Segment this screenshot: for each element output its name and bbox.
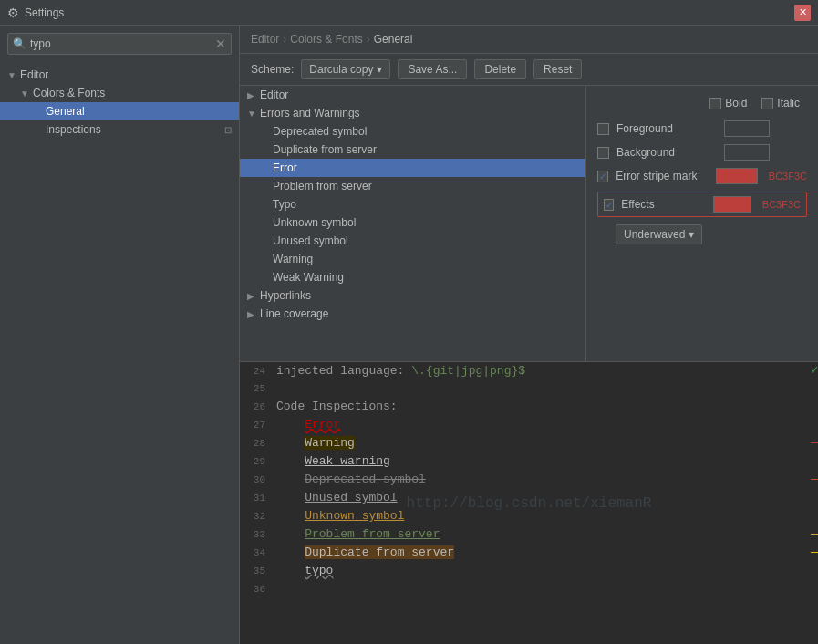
line-content-25 bbox=[273, 380, 811, 396]
line-content-28: Warning bbox=[273, 435, 811, 451]
line-content-36 bbox=[273, 581, 811, 597]
underwave-select[interactable]: Underwaved ▾ bbox=[616, 224, 702, 244]
effects-color-text: BC3F3C bbox=[762, 199, 801, 210]
line-content-31: Unused symbol bbox=[273, 490, 811, 505]
tree-item-line-coverage[interactable]: Line coverage bbox=[240, 305, 585, 323]
background-checkbox[interactable] bbox=[597, 147, 609, 159]
foreground-checkbox[interactable] bbox=[597, 123, 609, 135]
search-clear-button[interactable]: ✕ bbox=[215, 36, 226, 51]
tree-label-typo: Typo bbox=[273, 198, 578, 211]
inspections-icon: ⊡ bbox=[224, 125, 232, 135]
title-bar-text: Settings bbox=[25, 6, 789, 19]
tree-label-unused: Unused symbol bbox=[273, 234, 578, 247]
line-content-33: Problem from server bbox=[273, 526, 811, 542]
scheme-select[interactable]: Darcula copy ▾ bbox=[301, 59, 390, 79]
editor-line-27: 27 Error bbox=[240, 417, 818, 435]
editor-line-33: 33 Problem from server — bbox=[240, 526, 818, 545]
effects-swatch[interactable] bbox=[713, 196, 751, 213]
breadcrumb-sep2: › bbox=[367, 33, 370, 46]
close-button[interactable]: ✕ bbox=[794, 5, 811, 21]
italic-checkbox-label[interactable]: Italic bbox=[761, 97, 800, 109]
sidebar-label-colors-fonts: Colors & Fonts bbox=[33, 87, 232, 99]
sidebar-item-colors-fonts[interactable]: Colors & Fonts bbox=[0, 84, 239, 102]
breadcrumb-editor: Editor bbox=[251, 33, 279, 46]
line-num-24: 24 bbox=[240, 366, 273, 377]
editor-line-36: 36 bbox=[240, 581, 818, 599]
editor-line-32: 32 Unknown symbol bbox=[240, 508, 818, 526]
line-num-29: 29 bbox=[240, 456, 273, 467]
line-num-27: 27 bbox=[240, 420, 273, 431]
error-stripe-swatch[interactable] bbox=[716, 168, 758, 184]
effects-row: ✓ Effects BC3F3C bbox=[597, 192, 807, 217]
italic-checkbox[interactable] bbox=[761, 98, 773, 109]
line-num-34: 34 bbox=[240, 547, 273, 558]
tree-label-unknown: Unknown symbol bbox=[273, 216, 578, 229]
scheme-label: Scheme: bbox=[251, 63, 294, 76]
tree-item-unused[interactable]: Unused symbol bbox=[240, 232, 585, 250]
tree-item-warning[interactable]: Warning bbox=[240, 250, 585, 268]
save-as-button[interactable]: Save As... bbox=[398, 59, 467, 79]
editor-line-26: 26 Code Inspections: bbox=[240, 399, 818, 417]
tree-label-hyperlinks: Hyperlinks bbox=[260, 289, 578, 302]
editor-line-24: 24 injected language: \.{git|jpg|png}$ ✓ bbox=[240, 362, 818, 380]
foreground-swatch[interactable] bbox=[724, 120, 770, 137]
bold-checkbox-label[interactable]: Bold bbox=[709, 97, 747, 109]
search-icon: 🔍 bbox=[13, 37, 26, 50]
tree-item-error[interactable]: Error bbox=[240, 159, 585, 177]
error-stripe-label: Error stripe mark bbox=[616, 170, 708, 182]
app-icon: ⚙ bbox=[7, 5, 19, 20]
toolbar: Scheme: Darcula copy ▾ Save As... Delete… bbox=[240, 54, 818, 86]
line-marker-34: — bbox=[811, 545, 818, 559]
line-content-26: Code Inspections: bbox=[273, 399, 811, 414]
line-num-31: 31 bbox=[240, 493, 273, 504]
tree-item-hyperlinks[interactable]: Hyperlinks bbox=[240, 286, 585, 305]
editor-preview: http://blog.csdn.net/xiemanR 24 injected… bbox=[240, 361, 818, 644]
tree-item-deprecated[interactable]: Deprecated symbol bbox=[240, 122, 585, 140]
tree-item-unknown[interactable]: Unknown symbol bbox=[240, 213, 585, 232]
line-num-30: 30 bbox=[240, 474, 273, 485]
sidebar-label-editor: Editor bbox=[20, 68, 232, 81]
tree-item-duplicate[interactable]: Duplicate from server bbox=[240, 140, 585, 159]
line-content-32: Unknown symbol bbox=[273, 508, 811, 524]
editor-line-31: 31 Unused symbol bbox=[240, 490, 818, 508]
foreground-row: Foreground bbox=[597, 120, 807, 137]
line-content-35: typo bbox=[273, 563, 811, 578]
line-num-25: 25 bbox=[240, 383, 273, 394]
line-num-32: 32 bbox=[240, 511, 273, 522]
bold-label: Bold bbox=[725, 97, 747, 109]
main-container: 🔍 ✕ Editor Colors & Fonts General Inspec… bbox=[0, 26, 818, 644]
underwave-row: Underwaved ▾ bbox=[616, 224, 807, 244]
sidebar-item-inspections[interactable]: Inspections ⊡ bbox=[0, 120, 239, 139]
bold-checkbox[interactable] bbox=[709, 98, 721, 109]
search-input[interactable] bbox=[7, 33, 232, 55]
delete-button[interactable]: Delete bbox=[474, 59, 526, 79]
line-content-24: injected language: \.{git|jpg|png}$ bbox=[273, 363, 811, 379]
tree-label-errors-warnings: Errors and Warnings bbox=[260, 107, 578, 119]
sidebar-item-general[interactable]: General bbox=[0, 102, 239, 120]
props-panel: Bold Italic Foreground Background bbox=[586, 86, 818, 361]
background-label: Background bbox=[616, 146, 717, 159]
error-stripe-checkbox[interactable]: ✓ bbox=[597, 171, 608, 182]
background-swatch[interactable] bbox=[724, 144, 770, 161]
effects-checkbox[interactable]: ✓ bbox=[604, 199, 614, 211]
tree-arrow-hyperlinks bbox=[247, 291, 260, 301]
content-area: Editor › Colors & Fonts › General Scheme… bbox=[240, 26, 818, 644]
tree-panel: Editor Errors and Warnings Deprecated sy… bbox=[240, 86, 586, 361]
tree-item-weak-warning[interactable]: Weak Warning bbox=[240, 268, 585, 286]
panels-container: Editor Errors and Warnings Deprecated sy… bbox=[240, 86, 818, 361]
error-stripe-color-text: BC3F3C bbox=[769, 171, 807, 182]
tree-item-typo[interactable]: Typo bbox=[240, 195, 585, 213]
tree-arrow-editor-main bbox=[247, 90, 260, 100]
tree-item-errors-warnings[interactable]: Errors and Warnings bbox=[240, 104, 585, 122]
sidebar-item-editor[interactable]: Editor bbox=[0, 66, 239, 84]
line-marker-28: — bbox=[811, 435, 818, 450]
underwave-label: Underwaved bbox=[624, 228, 685, 241]
editor-line-30: 30 Deprecated symbol — bbox=[240, 472, 818, 490]
tree-label-line-coverage: Line coverage bbox=[260, 307, 578, 320]
editor-line-29: 29 Weak warning bbox=[240, 453, 818, 472]
tree-item-problem[interactable]: Problem from server bbox=[240, 177, 585, 195]
tree-item-editor[interactable]: Editor bbox=[240, 86, 585, 104]
line-num-35: 35 bbox=[240, 566, 273, 576]
tree-label-duplicate: Duplicate from server bbox=[273, 143, 578, 156]
reset-button[interactable]: Reset bbox=[533, 59, 582, 79]
